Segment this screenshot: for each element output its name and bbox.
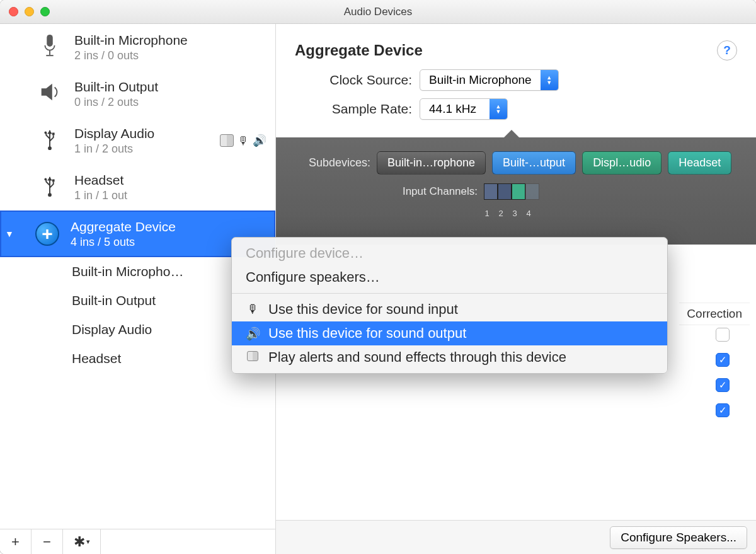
disclosure-triangle-icon[interactable]: ▼ bbox=[5, 229, 14, 239]
device-item-display-audio[interactable]: Display Audio 1 in / 2 outs 🎙 🔊 bbox=[0, 117, 275, 164]
svg-point-5 bbox=[44, 131, 47, 134]
clock-source-select[interactable]: Built-in Microphone ▲▼ bbox=[420, 69, 559, 91]
device-io: 1 in / 1 out bbox=[74, 189, 127, 202]
device-item-headset[interactable]: Headset 1 in / 1 out bbox=[0, 164, 275, 211]
subdevices-label: Subdevices: bbox=[292, 156, 370, 170]
menu-item-use-for-output[interactable]: 🔊 Use this device for sound output bbox=[232, 321, 667, 345]
chevron-down-icon: ▾ bbox=[86, 538, 90, 546]
subdevice-pill-builtin-output[interactable]: Built-…utput bbox=[492, 151, 576, 175]
drift-correction-checkbox[interactable]: ✓ bbox=[716, 403, 730, 417]
sidebar-footer: + − ✱▾ bbox=[0, 529, 275, 554]
device-actions-menu-button[interactable]: ✱▾ bbox=[63, 529, 101, 554]
device-name: Built-in Microphone bbox=[74, 33, 188, 48]
menu-item-configure-speakers[interactable]: Configure speakers… bbox=[232, 265, 667, 289]
configure-speakers-button[interactable]: Configure Speakers... bbox=[610, 526, 747, 549]
speaker-icon bbox=[37, 80, 63, 108]
svg-rect-4 bbox=[52, 132, 55, 135]
usb-icon bbox=[37, 173, 63, 202]
subdevices-bar: Subdevices: Built-in…rophone Built-…utpu… bbox=[276, 137, 756, 245]
device-io: 1 in / 2 outs bbox=[74, 142, 154, 156]
gear-icon: ✱ bbox=[74, 534, 85, 550]
remove-device-button[interactable]: − bbox=[32, 529, 63, 554]
clock-source-label: Clock Source: bbox=[304, 72, 412, 88]
device-name: Headset bbox=[74, 173, 127, 188]
help-button[interactable]: ? bbox=[717, 40, 737, 61]
context-menu: Configure device… Configure speakers… 🎙 … bbox=[231, 237, 668, 374]
select-arrows-icon: ▲▼ bbox=[541, 70, 558, 90]
device-name: Aggregate Device bbox=[71, 219, 176, 234]
channel-numbers: 1 2 3 4 bbox=[480, 209, 740, 218]
aggregate-device-icon: + bbox=[35, 222, 59, 246]
sample-rate-label: Sample Rate: bbox=[304, 101, 412, 117]
device-status-icons: 🎙 🔊 bbox=[220, 134, 266, 147]
menu-separator bbox=[232, 293, 667, 294]
correction-checkbox-column: ✓ ✓ ✓ bbox=[716, 328, 730, 417]
usb-icon bbox=[37, 127, 63, 155]
add-device-button[interactable]: + bbox=[0, 529, 32, 554]
input-channels-label: Input Channels: bbox=[292, 185, 478, 198]
svg-point-8 bbox=[44, 178, 47, 180]
finder-icon bbox=[246, 350, 260, 364]
device-item-builtin-mic[interactable]: Built-in Microphone 2 ins / 0 outs bbox=[0, 24, 275, 71]
device-name: Display Audio bbox=[74, 126, 154, 141]
microphone-icon bbox=[37, 33, 63, 62]
select-arrows-icon: ▲▼ bbox=[490, 99, 507, 119]
drift-correction-checkbox[interactable]: ✓ bbox=[716, 378, 730, 392]
speaker-icon: 🔊 bbox=[246, 326, 260, 341]
device-name: Built-in Output bbox=[74, 79, 158, 95]
device-io: 4 ins / 5 outs bbox=[71, 236, 176, 249]
svg-rect-2 bbox=[46, 55, 53, 56]
titlebar: Audio Devices bbox=[0, 0, 756, 24]
panel-title: Aggregate Device bbox=[295, 42, 717, 59]
svg-rect-1 bbox=[49, 50, 50, 55]
mic-status-icon: 🎙 bbox=[238, 134, 249, 147]
svg-rect-0 bbox=[47, 34, 53, 46]
finder-icon bbox=[220, 134, 234, 147]
menu-item-configure-device: Configure device… bbox=[232, 241, 667, 265]
speaker-status-icon: 🔊 bbox=[253, 134, 266, 147]
device-io: 2 ins / 0 outs bbox=[74, 49, 188, 62]
correction-column-header: Correction bbox=[679, 303, 750, 325]
svg-rect-7 bbox=[52, 179, 55, 182]
main-footer: Configure Speakers... bbox=[276, 520, 756, 554]
clock-source-value: Built-in Microphone bbox=[420, 70, 541, 90]
device-io: 0 ins / 2 outs bbox=[74, 96, 158, 109]
sample-rate-value: 44.1 kHz bbox=[420, 99, 490, 119]
window-title: Audio Devices bbox=[0, 6, 756, 18]
menu-item-play-alerts[interactable]: Play alerts and sound effects through th… bbox=[232, 345, 667, 369]
subdevice-pill-headset[interactable]: Headset bbox=[668, 151, 731, 175]
device-item-builtin-output[interactable]: Built-in Output 0 ins / 2 outs bbox=[0, 71, 275, 117]
microphone-icon: 🎙 bbox=[246, 303, 260, 316]
menu-item-use-for-input[interactable]: 🎙 Use this device for sound input bbox=[232, 297, 667, 321]
drift-correction-checkbox[interactable]: ✓ bbox=[716, 353, 730, 367]
input-channel-blocks bbox=[484, 183, 539, 200]
subdevice-pill-builtin-mic[interactable]: Built-in…rophone bbox=[377, 151, 486, 175]
sample-rate-select[interactable]: 44.1 kHz ▲▼ bbox=[420, 98, 508, 120]
drift-correction-checkbox[interactable] bbox=[716, 328, 730, 342]
subdevice-pill-display-audio[interactable]: Displ…udio bbox=[582, 151, 662, 175]
window: Audio Devices Built-in Microphone 2 ins … bbox=[0, 0, 756, 554]
